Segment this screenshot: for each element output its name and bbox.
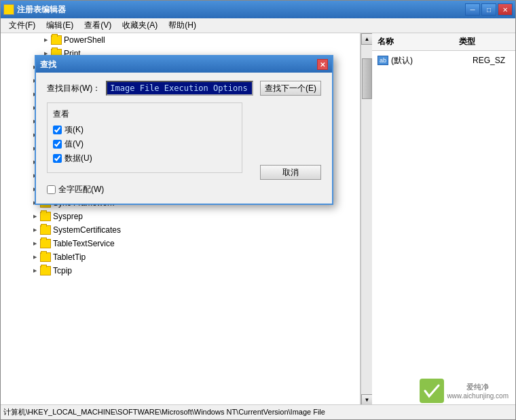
tree-item[interactable]: ▶TabletTip: [1, 250, 360, 264]
folder-icon: [51, 35, 62, 45]
checkbox-data[interactable]: [53, 154, 62, 163]
dialog-middle-row: 查看 项(K) 值(V) 数据(U) 取消: [47, 102, 321, 180]
scroll-track[interactable]: [361, 45, 372, 394]
folder-icon: [40, 239, 51, 248]
tree-expander-icon[interactable]: ▶: [29, 225, 40, 235]
tree-scrollbar[interactable]: ▲ ▼: [361, 33, 372, 406]
dialog-title-bar: 查找 ✕: [36, 56, 332, 73]
folder-icon: [40, 212, 51, 221]
right-panel-content: ab(默认)REG_SZ: [372, 51, 515, 70]
registry-item[interactable]: ab(默认)REG_SZ: [375, 54, 513, 67]
menu-edit[interactable]: 编辑(E): [41, 18, 79, 33]
checkbox-row-1: 值(V): [53, 138, 236, 150]
right-panel-header: 名称 类型: [372, 33, 515, 51]
minimize-button[interactable]: ─: [465, 3, 480, 16]
tree-expander-icon[interactable]: ▶: [29, 252, 40, 263]
main-window: 注册表编辑器 ─ □ ✕ 文件(F) 编辑(E) 查看(V) 收藏夹(A) 帮助…: [0, 0, 516, 420]
folder-icon: [40, 225, 51, 235]
checkbox-items-label: 项(K): [64, 124, 84, 136]
close-button[interactable]: ✕: [498, 3, 513, 16]
tree-item-label: TableTextService: [53, 239, 115, 248]
tree-item-label: TabletTip: [53, 252, 86, 262]
folder-icon: [40, 252, 51, 262]
dialog-body: 查找目标(W)： 查找下一个(E) 查看 项(K) 值(V): [36, 73, 332, 204]
dialog-title: 查找: [40, 59, 317, 71]
window-title: 注册表编辑器: [17, 4, 465, 16]
status-bar: 计算机\HKEY_LOCAL_MACHINE\SOFTWARE\Microsof…: [1, 404, 515, 419]
tree-item-label: Sysprep: [53, 212, 83, 221]
watermark-line1: 爱纯净: [447, 382, 509, 392]
registry-type: REG_SZ: [473, 56, 505, 65]
menu-view[interactable]: 查看(V): [79, 18, 117, 33]
full-match-row: 全字匹配(W): [47, 184, 321, 195]
menu-help[interactable]: 帮助(H): [163, 18, 202, 33]
tree-expander-icon[interactable]: ▶: [29, 265, 40, 276]
menu-bar: 文件(F) 编辑(E) 查看(V) 收藏夹(A) 帮助(H): [1, 18, 515, 33]
full-match-label: 全字匹配(W): [58, 184, 104, 195]
cancel-btn-col: 取消: [253, 102, 321, 180]
registry-name: (默认): [391, 55, 473, 66]
full-match-checkbox[interactable]: [47, 185, 56, 194]
tree-item[interactable]: ▶Tcpip: [1, 264, 360, 278]
title-bar: 注册表编辑器 ─ □ ✕: [1, 1, 515, 18]
tree-item[interactable]: ▶TableTextService: [1, 237, 360, 250]
checkbox-values-label: 值(V): [64, 138, 84, 150]
find-next-button[interactable]: 查找下一个(E): [260, 81, 321, 96]
registry-icon: ab: [377, 56, 388, 65]
tree-item-label: Tcpip: [53, 266, 72, 275]
right-panel: 名称 类型 ab(默认)REG_SZ: [372, 33, 515, 406]
watermark: 爱纯净 www.aichunjing.com: [420, 379, 509, 403]
watermark-icon: [420, 379, 444, 403]
find-dialog: 查找 ✕ 查找目标(W)： 查找下一个(E) 查看 项(K) 值(V): [35, 55, 333, 205]
tree-item-label: PowerShell: [64, 35, 105, 45]
find-input[interactable]: [106, 81, 253, 96]
tree-expander-icon[interactable]: ▶: [29, 211, 40, 222]
tree-expander-icon[interactable]: ▶: [29, 238, 40, 249]
tree-item[interactable]: ▶Sysprep: [1, 210, 360, 223]
scroll-up-button[interactable]: ▲: [361, 33, 373, 45]
watermark-text-block: 爱纯净 www.aichunjing.com: [447, 382, 509, 400]
status-text: 计算机\HKEY_LOCAL_MACHINE\SOFTWARE\Microsof…: [3, 407, 325, 417]
checkbox-row-2: 数据(U): [53, 153, 236, 164]
col-type-header: 类型: [459, 36, 510, 47]
dialog-close-button[interactable]: ✕: [317, 59, 328, 70]
cancel-button[interactable]: 取消: [260, 165, 321, 180]
app-icon: [3, 4, 14, 15]
checkbox-row-0: 项(K): [53, 124, 236, 136]
checkbox-values[interactable]: [53, 140, 62, 149]
tree-expander-icon[interactable]: ▶: [40, 35, 51, 45]
col-name-header: 名称: [377, 36, 459, 47]
checkbox-data-label: 数据(U): [64, 153, 92, 164]
menu-favorites[interactable]: 收藏夹(A): [117, 18, 163, 33]
title-bar-buttons: ─ □ ✕: [465, 3, 513, 16]
find-target-row: 查找目标(W)： 查找下一个(E): [47, 81, 321, 96]
find-target-label: 查找目标(W)：: [47, 83, 100, 94]
scroll-thumb[interactable]: [362, 58, 372, 99]
tree-item-label: SystemCertificates: [53, 225, 121, 235]
maximize-button[interactable]: □: [481, 3, 496, 16]
checkbox-items[interactable]: [53, 126, 62, 134]
search-section-title: 查看: [53, 109, 236, 120]
menu-file[interactable]: 文件(F): [3, 18, 41, 33]
search-options-section: 查看 项(K) 值(V) 数据(U): [47, 102, 242, 173]
tree-item[interactable]: ▶SystemCertificates: [1, 223, 360, 237]
folder-icon: [40, 266, 51, 275]
watermark-line2: www.aichunjing.com: [447, 392, 509, 400]
tree-item[interactable]: ▶PowerShell: [1, 33, 360, 47]
